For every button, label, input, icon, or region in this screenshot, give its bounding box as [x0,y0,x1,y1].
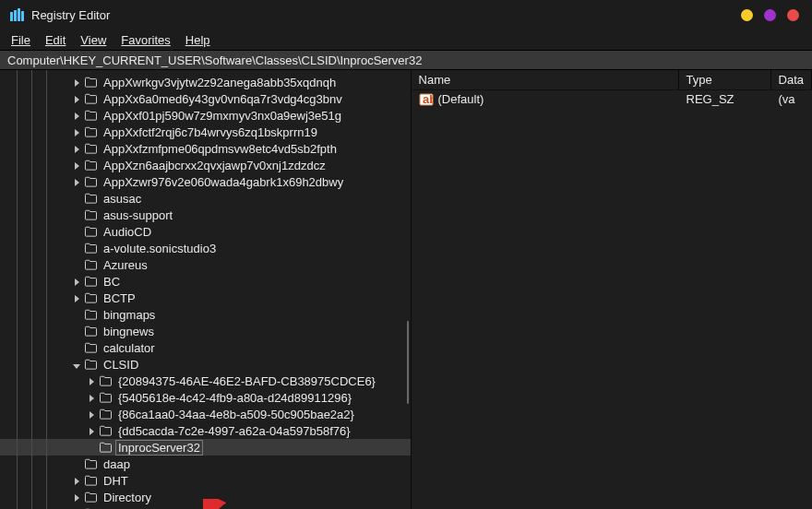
collapse-icon[interactable] [70,358,83,372]
tree-row[interactable]: AppXxf01pj590w7z9mxmyv3nx0a9ewj3e51g [0,107,411,124]
scrollbar[interactable] [407,321,409,404]
values-pane[interactable]: Name Type Data ab (Default) REG_SZ (va [412,70,812,509]
folder-icon [83,242,98,254]
values-list[interactable]: ab (Default) REG_SZ (va [412,90,812,509]
tree-row[interactable]: AppXx6a0med6y43gv0vn6qa7r3vdg4cg3bnv [0,90,411,107]
expand-icon[interactable] [85,374,98,388]
addressbar[interactable]: Computer\HKEY_CURRENT_USER\Software\Clas… [0,50,812,70]
tree-row[interactable]: BCTP [0,290,411,306]
tree-label: {5405618e-4c42-4fb9-a80a-d24d89911296} [116,391,353,405]
expand-icon[interactable] [70,291,83,305]
tree-row[interactable]: DHT [0,472,411,489]
tree-row[interactable]: CLSID [0,356,411,373]
folder-icon [83,142,98,155]
folder-icon [83,457,98,470]
menu-view[interactable]: View [73,31,113,49]
expand-icon[interactable] [70,109,83,123]
tree-row[interactable]: BC [0,273,411,290]
addressbar-path: Computer\HKEY_CURRENT_USER\Software\Clas… [7,53,422,67]
folder-icon [98,408,113,420]
tree-row[interactable]: AppXxfctf2rqj6c7b4wrvys6zq1bskprrn19 [0,124,411,140]
folder-icon [83,258,98,271]
col-name-header[interactable]: Name [412,70,679,89]
app-icon [9,7,24,22]
titlebar: Registry Editor [0,0,812,30]
col-data-header[interactable]: Data [771,70,812,89]
expand-icon[interactable] [70,125,83,139]
tree-row[interactable]: discord-712465656758665259 [0,505,411,509]
folder-icon [83,275,98,288]
tree-row[interactable]: AppXwrkgv3vjytw2z92anega8abb35xqdnqh [0,74,411,90]
folder-icon [98,374,113,387]
tree-pane[interactable]: AppXwrkgv3vjytw2z92anega8abb35xqdnqhAppX… [0,70,412,509]
folder-icon [83,225,98,238]
expand-icon[interactable] [85,391,98,405]
svg-text:ab: ab [423,92,434,106]
tree-label: AudioCD [102,225,153,239]
col-type-header[interactable]: Type [679,70,771,89]
expand-icon[interactable] [70,142,83,156]
expand-icon[interactable] [85,424,98,438]
folder-icon [83,109,98,122]
menu-file[interactable]: File [4,31,38,49]
folder-icon [83,474,98,487]
maximize-button[interactable] [764,9,776,21]
tree-row[interactable]: asusac [0,190,411,207]
tree-label: DHT [102,474,130,488]
tree-label: daap [102,457,132,471]
tree-row[interactable]: AppXzwr976v2e060wada4gabrk1x69h2dbwy [0,173,411,190]
folder-icon [98,441,113,454]
menu-help[interactable]: Help [178,31,218,49]
menu-favorites[interactable]: Favorites [113,31,177,49]
folder-icon [83,159,98,172]
tree-row[interactable]: AppXzn6aajbcrxx2qvxjawp7v0xnj1zdzdcz [0,157,411,173]
close-button[interactable] [787,9,799,21]
tree-row[interactable]: AudioCD [0,223,411,240]
tree-label: AppXzn6aajbcrxx2qvxjawp7v0xnj1zdzdcz [102,159,328,172]
menu-edit[interactable]: Edit [38,31,73,49]
expand-icon[interactable] [70,275,83,289]
tree-label: {dd5cacda-7c2e-4997-a62a-04a597b58f76} [116,424,352,438]
expand-icon[interactable] [70,159,83,172]
tree-row[interactable]: {5405618e-4c42-4fb9-a80a-d24d89911296} [0,389,411,406]
value-data: (va [771,90,812,108]
tree-label: {20894375-46AE-46E2-BAFD-CB38975CDCE6} [116,374,377,388]
expand-icon[interactable] [70,474,83,488]
window-controls [741,9,799,21]
tree-row[interactable]: Azureus [0,256,411,273]
tree-row[interactable]: {dd5cacda-7c2e-4997-a62a-04a597b58f76} [0,422,411,439]
folder-icon [83,308,98,321]
string-value-icon: ab [419,92,434,107]
expand-icon[interactable] [70,491,83,504]
tree-row[interactable]: Directory [0,489,411,505]
tree-label: bingnews [102,325,156,338]
expand-icon[interactable] [70,92,83,106]
tree-row[interactable]: bingnews [0,323,411,339]
tree-row[interactable]: {86ca1aa0-34aa-4e8b-a509-50c905bae2a2} [0,406,411,422]
expand-icon[interactable] [85,408,98,421]
folder-icon [83,358,98,371]
tree-row[interactable]: a-volute.sonicstudio3 [0,240,411,256]
app-title: Registry Editor [31,8,110,22]
folder-icon [98,424,113,437]
folder-icon [83,192,98,205]
tree-row[interactable]: AppXxfzmfpme06qpdmsvw8etc4vd5sb2fpth [0,140,411,157]
value-row[interactable]: ab (Default) REG_SZ (va [412,90,812,108]
menubar: File Edit View Favorites Help [0,30,812,50]
value-name: (Default) [438,92,484,106]
expand-icon[interactable] [70,175,83,189]
svg-rect-2 [18,8,20,21]
tree-row[interactable]: calculator [0,339,411,356]
tree-label: asus-support [102,208,174,222]
tree-row[interactable]: {20894375-46AE-46E2-BAFD-CB38975CDCE6} [0,373,411,389]
tree-label: AppXzwr976v2e060wada4gabrk1x69h2dbwy [102,175,345,189]
tree-row[interactable]: InprocServer32 [0,439,411,456]
folder-icon [83,341,98,354]
svg-rect-0 [10,12,13,21]
tree-row[interactable]: asus-support [0,207,411,223]
minimize-button[interactable] [741,9,753,21]
tree-row[interactable]: daap [0,456,411,472]
expand-icon[interactable] [70,76,83,89]
tree-label: AppXxfctf2rqj6c7b4wrvys6zq1bskprrn19 [102,125,319,139]
tree-row[interactable]: bingmaps [0,306,411,323]
